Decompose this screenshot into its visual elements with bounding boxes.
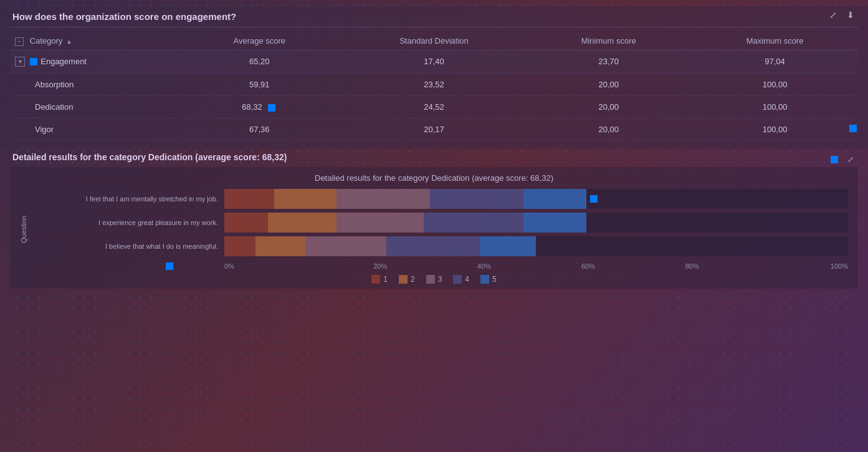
chart-legend: 1 2 3 4 5	[20, 275, 848, 284]
table-section: How does the organization score on engag…	[0, 6, 868, 148]
col-header-min: Minimum score	[525, 32, 692, 50]
legend-label-2: 2	[411, 275, 415, 284]
bar-remainder	[586, 213, 848, 233]
legend-label-4: 4	[465, 275, 469, 284]
cell-min: 20,00	[525, 118, 692, 141]
cell-min: 20,00	[525, 74, 692, 96]
x-tick: 60%	[536, 262, 640, 270]
bar-segment-5	[523, 213, 586, 233]
bar-segment-4	[424, 213, 523, 233]
cell-category: Dedication	[10, 96, 176, 118]
x-tick: 20%	[328, 262, 432, 270]
cell-max: 100,00	[692, 118, 858, 141]
chart-container: Detailed results for the category Dedica…	[10, 167, 858, 289]
cell-avg: 65,20	[176, 50, 343, 74]
legend-item: 5	[480, 275, 497, 284]
bar-segment-2	[274, 189, 336, 209]
bottom-indicator	[166, 260, 174, 271]
legend-item: 4	[453, 275, 469, 284]
cell-min: 20,00	[525, 96, 692, 118]
color-indicator	[849, 125, 857, 132]
legend-label-3: 3	[438, 275, 442, 284]
x-tick: 0%	[224, 262, 328, 270]
col-header-std: Standard Deviation	[343, 32, 526, 50]
cell-category: Vigor	[10, 118, 176, 141]
bar-segment-3	[336, 189, 430, 209]
bar-segment-3	[305, 236, 386, 256]
page-title: How does the organization score on engag…	[10, 11, 858, 22]
bar-segment-4	[386, 236, 480, 256]
x-tick: 80%	[640, 262, 744, 270]
bar-segment-1	[224, 213, 268, 233]
table-header-row: − Category ▲ Average score Standard Devi…	[10, 32, 858, 50]
legend-color-2	[399, 275, 408, 284]
bar-label: I experience great pleasure in my work.	[31, 218, 224, 227]
legend-item: 3	[426, 275, 442, 284]
legend-item: 2	[399, 275, 415, 284]
legend-item: 1	[371, 275, 388, 284]
x-tick: 40%	[432, 262, 537, 270]
bottom-blue-sq	[166, 262, 173, 270]
bar-label: I believe that what I do is meaningful.	[31, 242, 224, 251]
collapse-all-icon[interactable]: −	[15, 37, 24, 46]
cell-max: 100,00	[692, 96, 858, 118]
cell-category: Absorption	[10, 74, 176, 96]
x-axis: 0% 20% 40% 60% 80% 100%	[31, 262, 848, 270]
legend-label-5: 5	[492, 275, 497, 284]
detail-section: Detailed results for the category Dedica…	[0, 148, 868, 289]
table-row: ▾ Engagement 65,20 17,40 23,70 97,04	[10, 50, 858, 74]
cell-min: 23,70	[525, 50, 692, 74]
legend-color-4	[453, 275, 462, 284]
detail-title: Detailed results for the category Dedica…	[10, 152, 287, 162]
col-header-avg: Average score	[176, 32, 343, 50]
bar-segment-3	[336, 213, 424, 233]
cell-std: 17,40	[343, 50, 526, 74]
legend-color-1	[371, 275, 380, 284]
legend-color-3	[426, 275, 435, 284]
cell-max: 100,00	[692, 74, 858, 96]
bar-track	[224, 189, 848, 209]
cell-category: ▾ Engagement	[10, 50, 176, 74]
detail-expand-icon[interactable]: ⤢	[844, 153, 857, 166]
legend-color-5	[480, 275, 489, 284]
col-header-category: − Category ▲	[10, 32, 176, 50]
bar-segment-1	[224, 236, 255, 256]
bar-segment-2	[255, 236, 305, 256]
bar-row: I believe that what I do is meaningful.	[31, 236, 848, 256]
y-axis-label: Question	[20, 189, 27, 270]
expand-icon[interactable]: ⤢	[827, 9, 839, 21]
row-expand-icon[interactable]: ▾	[15, 57, 25, 67]
bar-track	[224, 213, 848, 233]
col-header-max: Maximum score	[692, 32, 858, 50]
chart-title: Detailed results for the category Dedica…	[20, 173, 848, 183]
legend-label-1: 1	[383, 275, 388, 284]
download-icon[interactable]: ⬇	[844, 9, 857, 21]
x-tick: 100%	[744, 262, 848, 270]
cell-avg: 59,91	[176, 74, 343, 96]
bar-track	[224, 236, 848, 256]
cell-avg: 67,36	[176, 118, 343, 141]
cell-std: 20,17	[343, 118, 526, 141]
chart-body: I feel that I am mentally stretched in m…	[31, 189, 848, 270]
bar-segment-4	[430, 189, 523, 209]
sort-icon[interactable]: ▲	[66, 38, 72, 45]
bar-segment-5	[523, 189, 586, 209]
color-indicator	[268, 104, 275, 112]
bar-label: I feel that I am mentally stretched in m…	[31, 195, 224, 203]
color-indicator	[30, 58, 37, 65]
detail-color-indicator	[831, 156, 838, 163]
bar-row: I experience great pleasure in my work.	[31, 213, 848, 233]
cell-std: 23,52	[343, 74, 526, 96]
toolbar: ⤢ ⬇	[827, 9, 857, 21]
bar-segment-1	[224, 189, 274, 209]
chart-area: Question I feel that I am mentally stret…	[20, 189, 848, 270]
table-row: Vigor 67,36 20,17 20,00 100,00	[10, 118, 858, 141]
cell-std: 24,52	[343, 96, 526, 118]
engagement-table: − Category ▲ Average score Standard Devi…	[10, 32, 858, 141]
bar-segment-2	[268, 213, 336, 233]
bar-row: I feel that I am mentally stretched in m…	[31, 189, 848, 209]
cell-avg: 68,32	[176, 96, 343, 118]
bar-remainder	[536, 236, 848, 256]
bar-indicator	[590, 195, 598, 203]
table-row: Dedication 68,32 24,52 20,00 100,00	[10, 96, 858, 118]
